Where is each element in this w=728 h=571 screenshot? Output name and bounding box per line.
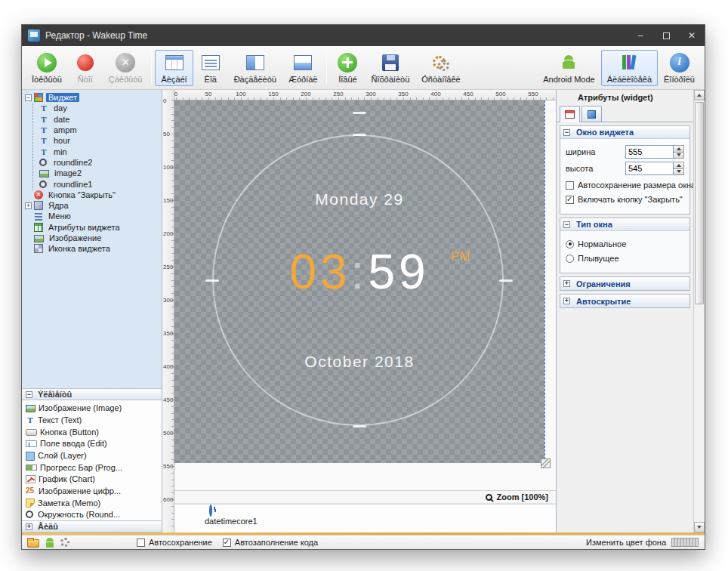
- zoom-button[interactable]: Zoom [100%]: [478, 492, 556, 502]
- widget-month-text[interactable]: October 2018: [174, 353, 544, 371]
- views-panel-header[interactable]: Âèäû: [22, 520, 162, 532]
- stop-button[interactable]: Ñòîï: [68, 50, 103, 86]
- journal-icon: [294, 55, 312, 70]
- text-icon: [39, 103, 48, 113]
- tree-item-ampm[interactable]: ampm: [33, 125, 162, 135]
- widget-time-text[interactable]: 03:59: [174, 244, 544, 300]
- height-up-button[interactable]: [674, 162, 684, 169]
- journal-view-button[interactable]: Æóðíàë: [282, 50, 324, 86]
- bg-color-swatch[interactable]: [671, 538, 699, 547]
- widget-tick-mark: [353, 134, 366, 136]
- widget-tree: Виджет day date ampm hour min roundline2…: [22, 90, 162, 388]
- design-view-button[interactable]: Äèçàéí: [155, 50, 193, 86]
- tree-item-hour[interactable]: hour: [33, 135, 162, 146]
- close-file-button[interactable]: Çàêðûòü: [103, 50, 149, 86]
- autosave-size-checkbox[interactable]: Автосохранение размера окна: [566, 181, 684, 190]
- design-surface[interactable]: Monday 29 03:59 PM October 2018: [174, 100, 556, 490]
- tree-item-roundline1[interactable]: roundline1: [33, 178, 162, 189]
- expand-icon[interactable]: [563, 298, 570, 304]
- close-button[interactable]: ✕: [679, 25, 705, 46]
- element-item-layer[interactable]: Слой (Layer): [22, 449, 162, 461]
- minimize-button[interactable]: –: [628, 25, 653, 46]
- tree-item-date[interactable]: date: [33, 114, 162, 125]
- core-icon: [34, 201, 43, 210]
- expand-icon[interactable]: [563, 280, 570, 287]
- about-button[interactable]: Êîíòðîëü: [658, 50, 701, 86]
- tree-item-roundline2[interactable]: roundline2: [33, 157, 162, 168]
- elements-panel-header[interactable]: Ýëåìåíòû: [22, 388, 162, 400]
- collapse-icon[interactable]: [563, 129, 570, 136]
- tab-window-attributes[interactable]: [560, 106, 580, 122]
- tree-item-close-button[interactable]: Кнопка "Закрыть": [22, 190, 162, 200]
- tree-item-image[interactable]: Изображение: [22, 233, 162, 243]
- library-button[interactable]: Áèáëèîòåêà: [601, 50, 658, 86]
- tree-item-menu[interactable]: Меню: [22, 211, 162, 221]
- element-item-roundline[interactable]: Окружность (Round...: [22, 509, 162, 520]
- element-item-number-image[interactable]: 25Изображение цифр...: [22, 485, 162, 497]
- code-icon: [202, 55, 220, 70]
- tree-item-label: Изображение: [47, 233, 103, 242]
- scroll-up-button[interactable]: [694, 90, 705, 100]
- open-button[interactable]: Îòêðûòü: [26, 50, 68, 86]
- constraints-group-header[interactable]: Ограничения: [560, 277, 689, 290]
- android-icon[interactable]: [45, 537, 55, 548]
- element-label: Кнопка (Button): [40, 427, 99, 437]
- element-item-image[interactable]: Изображение (Image): [22, 402, 162, 414]
- widget-window-group-header[interactable]: Окно виджета: [560, 126, 689, 139]
- folder-icon[interactable]: [27, 539, 39, 548]
- tree-item-label: Меню: [46, 211, 73, 221]
- expand-icon[interactable]: [25, 202, 32, 209]
- tree-item-widget-icon[interactable]: Иконка виджета: [22, 243, 162, 254]
- settings-button[interactable]: Óñòàíîâêè: [415, 50, 466, 86]
- expand-icon[interactable]: [26, 523, 32, 530]
- type-normal-radio[interactable]: Нормальное: [566, 239, 684, 248]
- code-view-button[interactable]: Êîä: [193, 50, 228, 86]
- window-title: Редактор - Wakeup Time: [45, 30, 147, 41]
- scroll-down-button[interactable]: [694, 522, 705, 532]
- titlebar: Редактор - Wakeup Time – ✕: [22, 25, 705, 46]
- element-item-chart[interactable]: График (Chart): [22, 474, 162, 486]
- width-input[interactable]: [625, 145, 674, 159]
- autohide-group-header[interactable]: Автоскрытие: [560, 295, 689, 307]
- element-item-button[interactable]: Кнопка (Button): [22, 426, 162, 438]
- scrollbar-thumb[interactable]: [695, 102, 704, 304]
- height-down-button[interactable]: [674, 169, 684, 176]
- enable-close-checkbox[interactable]: Включать кнопку "Закрыть": [566, 195, 684, 204]
- tree-item-min[interactable]: min: [33, 146, 162, 156]
- gear-icon[interactable]: [60, 538, 69, 547]
- tree-item-label: Иконка виджета: [46, 244, 113, 253]
- collapse-icon[interactable]: [26, 391, 32, 398]
- type-floating-radio[interactable]: Плывущее: [566, 254, 684, 263]
- element-item-progress[interactable]: Прогресс Бар (Prog...: [22, 461, 162, 474]
- autocomplete-checkbox[interactable]: Автозаполнение кода: [223, 538, 318, 547]
- split-view-label: Ðàçäåëèòü: [234, 75, 276, 84]
- window-type-group-header[interactable]: Тип окна: [560, 218, 689, 231]
- tree-item-label: hour: [51, 136, 72, 145]
- resize-handle[interactable]: [541, 458, 551, 468]
- android-mode-button[interactable]: Android Mode: [537, 50, 601, 86]
- widget-canvas[interactable]: Monday 29 03:59 PM October 2018: [174, 100, 544, 463]
- split-view-button[interactable]: Ðàçäåëèòü: [228, 50, 282, 86]
- save-button[interactable]: Ñîõðàíèòü: [365, 50, 415, 86]
- tree-item-cores[interactable]: Ядра: [22, 200, 162, 211]
- height-input[interactable]: [625, 162, 674, 175]
- element-item-memo[interactable]: Заметка (Memo): [22, 497, 162, 509]
- collapse-icon[interactable]: [25, 94, 32, 101]
- tree-item-widget[interactable]: Виджет: [22, 92, 162, 103]
- widget-date-text[interactable]: Monday 29: [174, 190, 544, 208]
- collapse-icon[interactable]: [563, 221, 570, 228]
- width-up-button[interactable]: [674, 145, 684, 153]
- autosave-checkbox[interactable]: Автосохранение: [137, 538, 212, 547]
- canvas-column: 0501001502002503003504004505005506 Monda…: [174, 90, 556, 532]
- tree-item-widget-attributes[interactable]: Атрибуты виджета: [22, 222, 162, 233]
- element-item-text[interactable]: Текст (Text): [22, 414, 162, 426]
- width-down-button[interactable]: [674, 153, 684, 159]
- maximize-button[interactable]: [653, 25, 679, 46]
- tree-item-day[interactable]: day: [33, 103, 162, 113]
- tab-core-attributes[interactable]: [581, 106, 602, 122]
- element-item-edit[interactable]: Поле ввода (Edit): [22, 437, 162, 449]
- widget-ampm-text[interactable]: PM: [451, 250, 470, 264]
- new-button[interactable]: Íîâûé: [330, 50, 365, 86]
- core-item-datetimecore1[interactable]: datetimecore1: [205, 506, 265, 526]
- tree-item-image2[interactable]: image2: [33, 168, 162, 178]
